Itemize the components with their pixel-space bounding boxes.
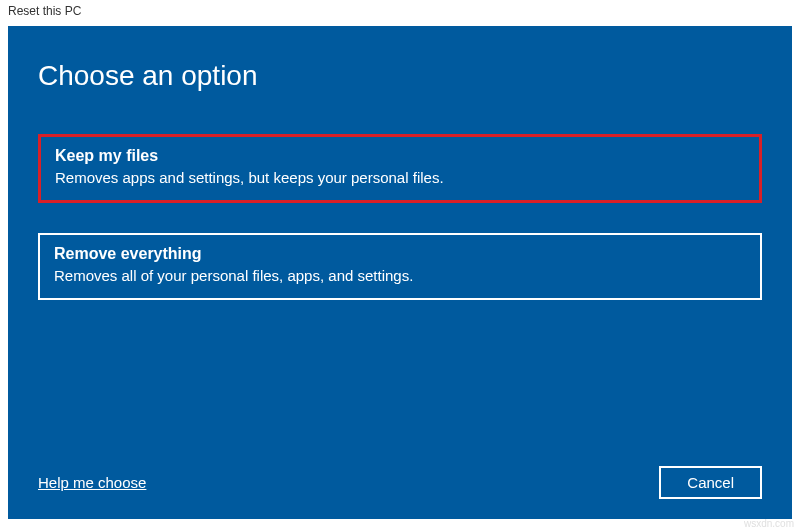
option-title: Remove everything (54, 245, 746, 263)
option-remove-everything[interactable]: Remove everything Removes all of your pe… (38, 233, 762, 300)
option-description: Removes apps and settings, but keeps you… (55, 169, 745, 186)
page-heading: Choose an option (38, 60, 762, 92)
window-title: Reset this PC (8, 4, 81, 18)
option-keep-my-files[interactable]: Keep my files Removes apps and settings,… (38, 134, 762, 203)
dialog-body: Choose an option Keep my files Removes a… (8, 26, 792, 519)
option-title: Keep my files (55, 147, 745, 165)
window-title-bar: Reset this PC (0, 0, 800, 26)
option-description: Removes all of your personal files, apps… (54, 267, 746, 284)
dialog-footer: Help me choose Cancel (38, 466, 762, 499)
cancel-button[interactable]: Cancel (659, 466, 762, 499)
help-me-choose-link[interactable]: Help me choose (38, 474, 146, 491)
watermark: wsxdn.com (744, 518, 794, 529)
